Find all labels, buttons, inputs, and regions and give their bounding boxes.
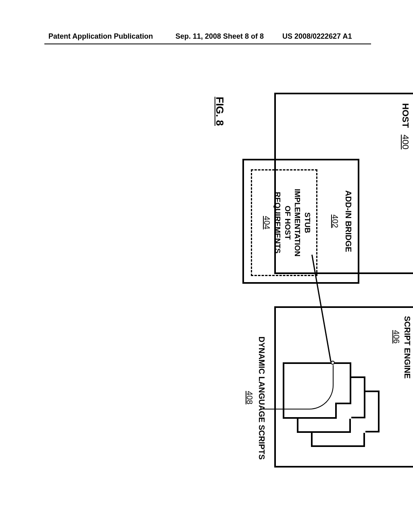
diagram-container: HOST 400 ADD-IN BRIDGE 402 STUB IMPLEMEN… bbox=[48, 73, 363, 476]
engine-label: SCRIPT ENGINE bbox=[403, 316, 412, 379]
header-date-sheet: Sep. 11, 2008 Sheet 8 of 8 bbox=[175, 32, 264, 41]
stub-ref: 404 bbox=[262, 170, 272, 275]
header-publication: Patent Application Publication bbox=[48, 32, 153, 41]
figure-caption: FIG. 8 bbox=[213, 97, 226, 126]
stub-line2: IMPLEMENTATION bbox=[292, 170, 302, 275]
rotated-figure: HOST 400 ADD-IN BRIDGE 402 STUB IMPLEMEN… bbox=[137, 73, 413, 476]
callout-curve bbox=[263, 365, 334, 409]
host-box: HOST 400 ADD-IN BRIDGE 402 STUB IMPLEMEN… bbox=[274, 93, 413, 274]
scripts-ref: 408 bbox=[245, 391, 254, 404]
connector-endpoint-icon bbox=[331, 361, 335, 365]
stub-line3: OF HOST bbox=[282, 170, 292, 275]
stub-box: STUB IMPLEMENTATION OF HOST REQUIREMENTS… bbox=[251, 169, 317, 276]
addin-label: ADD-IN BRIDGE bbox=[344, 160, 353, 282]
addin-ref: 402 bbox=[330, 160, 340, 282]
header-rule bbox=[44, 44, 371, 44]
engine-ref: 406 bbox=[392, 330, 401, 343]
stub-line1: STUB bbox=[302, 170, 312, 275]
addin-bridge-box: ADD-IN BRIDGE 402 STUB IMPLEMENTATION OF… bbox=[242, 159, 359, 284]
stub-line4: REQUIREMENTS bbox=[272, 170, 282, 275]
scripts-label: DYNAMIC LANGUAGE SCRIPTS bbox=[257, 337, 266, 460]
host-ref: 400 bbox=[400, 135, 411, 150]
header-doc-number: US 2008/0222627 A1 bbox=[282, 32, 352, 41]
host-label: HOST bbox=[400, 103, 411, 128]
